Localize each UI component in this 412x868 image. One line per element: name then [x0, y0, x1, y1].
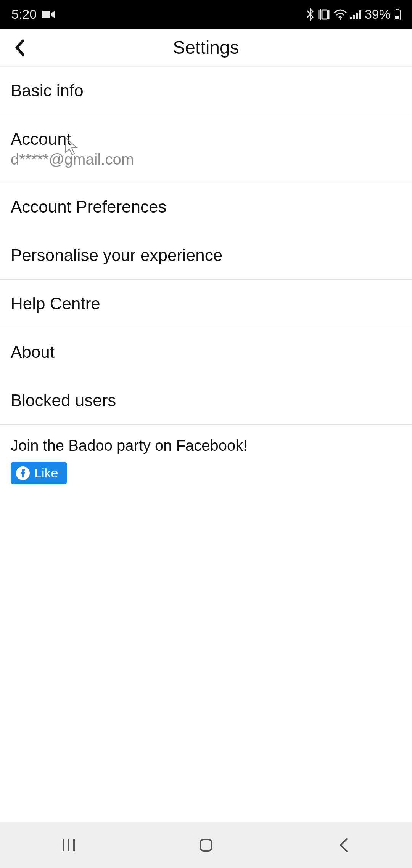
settings-item-personalise[interactable]: Personalise your experience [0, 231, 412, 280]
settings-item-about[interactable]: About [0, 328, 412, 376]
list-item-label: Account Preferences [11, 197, 401, 216]
svg-rect-4 [353, 15, 355, 19]
facebook-icon [16, 466, 30, 480]
list-item-label: About [11, 343, 401, 362]
facebook-prompt-label: Join the Badoo party on Facebook! [11, 437, 401, 454]
nav-home-button[interactable] [183, 830, 229, 860]
recents-icon [61, 838, 76, 853]
settings-item-facebook: Join the Badoo party on Facebook! Like [0, 425, 412, 501]
svg-rect-5 [356, 13, 358, 19]
signal-icon [350, 10, 362, 19]
status-time: 5:20 [11, 7, 37, 22]
svg-point-2 [340, 18, 341, 20]
list-item-subtitle: d*****@gmail.com [11, 151, 401, 168]
chevron-left-icon [338, 837, 349, 854]
page-title: Settings [173, 37, 239, 58]
status-bar: 5:20 39% [0, 0, 412, 29]
video-record-icon [42, 10, 55, 19]
nav-back-button[interactable] [320, 830, 366, 860]
battery-icon [394, 9, 401, 20]
svg-rect-1 [322, 10, 327, 19]
back-button[interactable] [8, 36, 31, 59]
app-header: Settings [0, 29, 412, 67]
battery-percent: 39% [365, 7, 391, 22]
bluetooth-icon [306, 8, 314, 21]
list-item-label: Help Centre [11, 294, 401, 313]
svg-rect-13 [200, 839, 212, 851]
facebook-like-label: Like [34, 466, 58, 480]
home-icon [198, 838, 214, 853]
vibrate-icon [317, 9, 330, 20]
settings-item-blocked-users[interactable]: Blocked users [0, 376, 412, 425]
settings-item-help-centre[interactable]: Help Centre [0, 280, 412, 328]
list-item-label: Personalise your experience [11, 246, 401, 265]
settings-item-account[interactable]: Account d*****@gmail.com [0, 115, 412, 183]
settings-item-account-preferences[interactable]: Account Preferences [0, 183, 412, 231]
list-item-label: Account [11, 130, 401, 149]
nav-recents-button[interactable] [46, 830, 92, 860]
svg-rect-3 [350, 17, 352, 19]
svg-rect-6 [359, 10, 361, 19]
svg-rect-9 [395, 16, 399, 19]
list-item-label: Blocked users [11, 391, 401, 410]
wifi-icon [333, 9, 347, 20]
status-left: 5:20 [11, 7, 55, 22]
facebook-like-button[interactable]: Like [11, 462, 67, 484]
svg-rect-0 [42, 11, 50, 18]
settings-item-basic-info[interactable]: Basic info [0, 67, 412, 115]
system-nav-bar [0, 822, 412, 868]
status-right: 39% [306, 7, 401, 22]
list-item-label: Basic info [11, 81, 401, 100]
settings-list: Basic info Account d*****@gmail.com Acco… [0, 67, 412, 501]
chevron-left-icon [14, 39, 24, 56]
